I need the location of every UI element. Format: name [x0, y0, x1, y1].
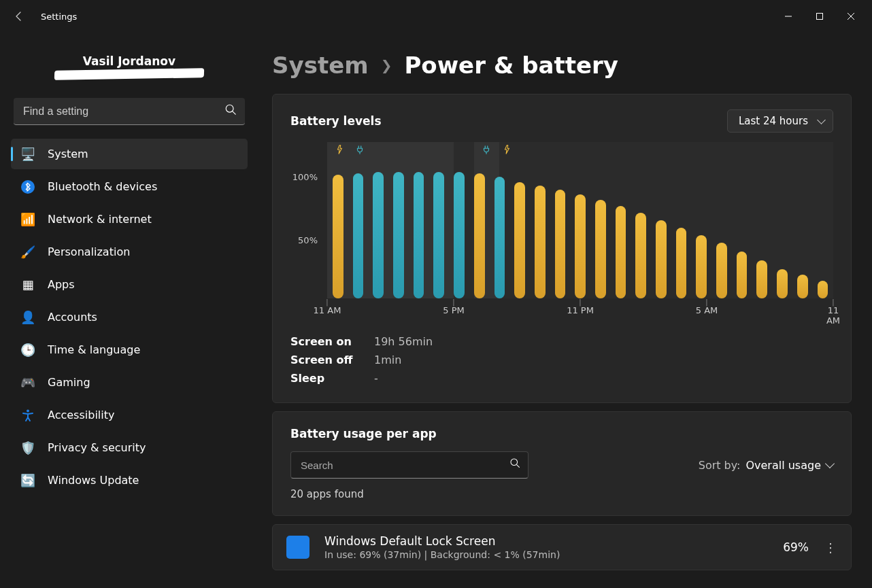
plug-icon — [355, 145, 365, 156]
time-range-dropdown[interactable]: Last 24 hours — [727, 109, 833, 133]
chart-bar[interactable] — [676, 228, 687, 298]
svg-line-3 — [233, 111, 235, 114]
user-block[interactable]: Vasil Jordanov — [11, 49, 248, 91]
apps-found-text: 20 apps found — [290, 488, 833, 500]
chevron-right-icon: ❯ — [381, 57, 392, 73]
sidebar-item-windows-update[interactable]: 🔄Windows Update — [11, 465, 248, 496]
chart-bar[interactable] — [595, 200, 606, 298]
app-name: Windows Default Lock Screen — [324, 534, 753, 548]
chart-bar[interactable] — [575, 194, 586, 298]
sidebar-item-time-language[interactable]: 🕒Time & language — [11, 334, 248, 365]
svg-rect-1 — [817, 14, 823, 20]
plug-icon — [482, 145, 491, 156]
user-name: Vasil Jordanov — [52, 54, 207, 68]
chart-bar[interactable] — [474, 173, 485, 298]
titlebar: Settings — [0, 0, 872, 33]
sort-by-label: Sort by: — [699, 459, 741, 472]
chart-bar[interactable] — [433, 172, 444, 298]
xtick: 11 AM — [314, 300, 341, 315]
screen-stats: Screen on 19h 56min Screen off 1min Slee… — [290, 332, 833, 387]
sidebar-item-network-internet[interactable]: 📶Network & internet — [11, 204, 248, 235]
more-button[interactable]: ⋮ — [824, 540, 837, 555]
sidebar-item-label: Apps — [48, 278, 75, 291]
chart-bar[interactable] — [454, 172, 465, 298]
chart-bar[interactable] — [373, 172, 384, 298]
sidebar-item-label: Privacy & security — [48, 441, 146, 454]
sidebar-item-personalization[interactable]: 🖌️Personalization — [11, 237, 248, 267]
sidebar-item-bluetooth-devices[interactable]: Bluetooth & devices — [11, 171, 248, 202]
chart-bar[interactable] — [514, 182, 525, 298]
nav-list: 🖥️SystemBluetooth & devices📶Network & in… — [11, 139, 248, 496]
battery-levels-title: Battery levels — [290, 114, 382, 128]
battery-usage-card: Battery usage per app Sort by: Overall u… — [272, 411, 852, 516]
sidebar-item-gaming[interactable]: 🎮Gaming — [11, 367, 248, 398]
nav-icon: 🖥️ — [20, 147, 35, 162]
screen-off-value: 1min — [374, 353, 401, 366]
sidebar-item-system[interactable]: 🖥️System — [11, 139, 248, 169]
search-icon — [224, 103, 237, 118]
sidebar: Vasil Jordanov 🖥️SystemBluetooth & devic… — [0, 33, 258, 588]
battery-levels-card: Battery levels Last 24 hours 100% 50% 11… — [272, 94, 852, 403]
svg-point-6 — [511, 459, 518, 466]
top-indicators — [327, 145, 833, 161]
app-search-input[interactable] — [290, 451, 529, 479]
sidebar-item-accessibility[interactable]: Accessibility — [11, 400, 248, 430]
maximize-button[interactable] — [804, 5, 835, 27]
close-button[interactable] — [835, 5, 867, 27]
chart-bar[interactable] — [414, 172, 424, 298]
sidebar-item-label: Accessibility — [48, 409, 114, 421]
chart-bar[interactable] — [656, 220, 667, 298]
chart-bar[interactable] — [333, 175, 343, 298]
time-range-value: Last 24 hours — [739, 115, 808, 127]
sidebar-item-accounts[interactable]: 👤Accounts — [11, 302, 248, 332]
screen-off-label: Screen off — [290, 353, 355, 366]
sidebar-search — [14, 98, 245, 125]
xtick: 11 PM — [567, 300, 594, 315]
window-buttons — [773, 5, 867, 27]
sidebar-item-label: Bluetooth & devices — [48, 180, 157, 193]
chart-bar[interactable] — [777, 269, 788, 298]
app-percent: 69% — [768, 540, 809, 554]
chart-bar[interactable] — [756, 260, 767, 298]
ytick-50: 50% — [298, 235, 318, 245]
xtick: 5 AM — [696, 300, 718, 315]
sidebar-item-apps[interactable]: ▦Apps — [11, 269, 248, 300]
chart-bar[interactable] — [635, 213, 646, 298]
search-input[interactable] — [14, 98, 245, 125]
chart-bar[interactable] — [353, 173, 364, 298]
sidebar-item-label: Time & language — [48, 343, 140, 356]
breadcrumb: System ❯ Power & battery — [272, 52, 852, 79]
nav-icon: 🖌️ — [20, 245, 35, 260]
search-icon — [509, 457, 520, 471]
sidebar-item-privacy-security[interactable]: 🛡️Privacy & security — [11, 432, 248, 463]
sort-by-value: Overall usage — [745, 459, 821, 472]
chart-bar[interactable] — [616, 206, 626, 298]
chart-bar[interactable] — [797, 275, 808, 298]
chart-bar[interactable] — [696, 235, 707, 298]
bars — [327, 172, 833, 298]
chart-bar[interactable] — [393, 172, 404, 298]
sidebar-item-label: Accounts — [48, 311, 97, 324]
svg-point-2 — [226, 105, 233, 112]
minimize-button[interactable] — [773, 5, 804, 27]
sidebar-item-label: Network & internet — [48, 213, 152, 226]
screen-on-label: Screen on — [290, 335, 355, 348]
chart-bar[interactable] — [818, 281, 828, 298]
sort-by-dropdown[interactable]: Sort by: Overall usage — [699, 459, 833, 472]
chart-bar[interactable] — [716, 243, 727, 298]
sleep-value: - — [374, 372, 378, 385]
main-content[interactable]: System ❯ Power & battery Battery levels … — [258, 33, 872, 588]
sidebar-item-label: System — [48, 148, 88, 160]
chart-bar[interactable] — [737, 252, 748, 298]
chart-area[interactable]: 11 AM5 PM11 PM5 AM11 AM — [327, 142, 833, 319]
chart-bar[interactable] — [555, 190, 566, 298]
nav-icon: 📶 — [20, 212, 35, 227]
nav-icon — [20, 408, 35, 423]
chart-bar[interactable] — [535, 186, 546, 298]
back-button[interactable] — [5, 3, 33, 30]
chart-bar[interactable] — [494, 177, 505, 298]
sidebar-item-label: Gaming — [48, 376, 90, 389]
app-row[interactable]: Windows Default Lock ScreenIn use: 69% (… — [272, 524, 852, 570]
breadcrumb-parent[interactable]: System — [272, 52, 369, 79]
nav-icon: 🔄 — [20, 473, 35, 488]
